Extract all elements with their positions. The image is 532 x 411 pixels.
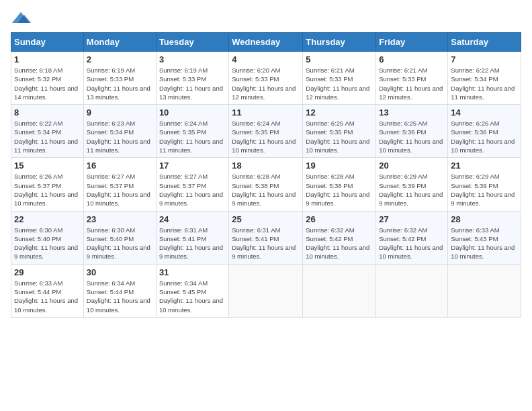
day-number: 31 — [159, 267, 226, 277]
calendar-cell: 3 Sunrise: 6:19 AM Sunset: 5:33 PM Dayli… — [156, 52, 228, 105]
day-number: 16 — [87, 161, 153, 171]
calendar-cell: 5 Sunrise: 6:21 AM Sunset: 5:33 PM Dayli… — [303, 52, 376, 105]
day-info: Sunrise: 6:30 AM Sunset: 5:40 PM Dayligh… — [14, 226, 81, 261]
calendar-cell: 26 Sunrise: 6:32 AM Sunset: 5:42 PM Dayl… — [303, 211, 376, 264]
calendar-cell — [448, 264, 521, 317]
calendar-cell: 19 Sunrise: 6:28 AM Sunset: 5:38 PM Dayl… — [303, 158, 376, 211]
calendar-cell — [303, 264, 376, 317]
weekday-header-thursday: Thursday — [303, 33, 376, 52]
weekday-header-friday: Friday — [376, 33, 448, 52]
calendar-week-1: 1 Sunrise: 6:18 AM Sunset: 5:32 PM Dayli… — [11, 52, 521, 105]
day-number: 9 — [87, 107, 153, 118]
day-number: 22 — [14, 214, 81, 224]
calendar-cell: 8 Sunrise: 6:22 AM Sunset: 5:34 PM Dayli… — [11, 105, 84, 158]
calendar-cell: 27 Sunrise: 6:32 AM Sunset: 5:42 PM Dayl… — [376, 211, 448, 264]
day-info: Sunrise: 6:24 AM Sunset: 5:35 PM Dayligh… — [232, 119, 300, 154]
day-info: Sunrise: 6:23 AM Sunset: 5:34 PM Dayligh… — [87, 119, 153, 154]
day-info: Sunrise: 6:29 AM Sunset: 5:39 PM Dayligh… — [379, 172, 445, 208]
logo-icon — [11, 11, 31, 26]
calendar-cell: 14 Sunrise: 6:26 AM Sunset: 5:36 PM Dayl… — [448, 105, 521, 158]
day-info: Sunrise: 6:34 AM Sunset: 5:45 PM Dayligh… — [159, 279, 226, 314]
day-info: Sunrise: 6:32 AM Sunset: 5:42 PM Dayligh… — [306, 226, 373, 261]
day-info: Sunrise: 6:24 AM Sunset: 5:35 PM Dayligh… — [159, 119, 226, 154]
day-info: Sunrise: 6:22 AM Sunset: 5:34 PM Dayligh… — [451, 66, 518, 101]
day-info: Sunrise: 6:26 AM Sunset: 5:37 PM Dayligh… — [14, 172, 81, 208]
calendar-header-row: SundayMondayTuesdayWednesdayThursdayFrid… — [11, 33, 521, 52]
calendar-week-5: 29 Sunrise: 6:33 AM Sunset: 5:44 PM Dayl… — [11, 264, 521, 317]
day-number: 14 — [451, 107, 518, 118]
calendar-cell: 23 Sunrise: 6:30 AM Sunset: 5:40 PM Dayl… — [83, 211, 156, 264]
day-info: Sunrise: 6:28 AM Sunset: 5:38 PM Dayligh… — [232, 172, 300, 208]
day-info: Sunrise: 6:20 AM Sunset: 5:33 PM Dayligh… — [232, 66, 300, 101]
calendar-cell: 9 Sunrise: 6:23 AM Sunset: 5:34 PM Dayli… — [83, 105, 156, 158]
weekday-header-tuesday: Tuesday — [156, 33, 228, 52]
day-info: Sunrise: 6:34 AM Sunset: 5:44 PM Dayligh… — [87, 279, 153, 314]
calendar-cell: 1 Sunrise: 6:18 AM Sunset: 5:32 PM Dayli… — [11, 52, 84, 105]
day-number: 12 — [306, 107, 373, 118]
day-info: Sunrise: 6:27 AM Sunset: 5:37 PM Dayligh… — [87, 172, 153, 208]
day-info: Sunrise: 6:21 AM Sunset: 5:33 PM Dayligh… — [379, 66, 445, 101]
day-number: 8 — [14, 107, 81, 118]
day-number: 5 — [306, 54, 373, 64]
calendar-week-2: 8 Sunrise: 6:22 AM Sunset: 5:34 PM Dayli… — [11, 105, 521, 158]
day-number: 27 — [379, 214, 445, 224]
day-number: 10 — [159, 107, 226, 118]
day-info: Sunrise: 6:26 AM Sunset: 5:36 PM Dayligh… — [451, 119, 518, 154]
calendar-cell: 7 Sunrise: 6:22 AM Sunset: 5:34 PM Dayli… — [448, 52, 521, 105]
calendar-cell: 13 Sunrise: 6:25 AM Sunset: 5:36 PM Dayl… — [376, 105, 448, 158]
calendar-cell: 4 Sunrise: 6:20 AM Sunset: 5:33 PM Dayli… — [229, 52, 303, 105]
day-number: 30 — [87, 267, 153, 277]
calendar-cell: 22 Sunrise: 6:30 AM Sunset: 5:40 PM Dayl… — [11, 211, 84, 264]
calendar-cell: 20 Sunrise: 6:29 AM Sunset: 5:39 PM Dayl… — [376, 158, 448, 211]
weekday-header-saturday: Saturday — [448, 33, 521, 52]
calendar-cell: 11 Sunrise: 6:24 AM Sunset: 5:35 PM Dayl… — [229, 105, 303, 158]
weekday-header-wednesday: Wednesday — [229, 33, 303, 52]
calendar-cell: 18 Sunrise: 6:28 AM Sunset: 5:38 PM Dayl… — [229, 158, 303, 211]
day-info: Sunrise: 6:33 AM Sunset: 5:44 PM Dayligh… — [14, 279, 81, 314]
calendar-cell: 28 Sunrise: 6:33 AM Sunset: 5:43 PM Dayl… — [448, 211, 521, 264]
day-number: 28 — [451, 214, 518, 224]
day-number: 29 — [14, 267, 81, 277]
day-number: 23 — [87, 214, 153, 224]
day-info: Sunrise: 6:28 AM Sunset: 5:38 PM Dayligh… — [306, 172, 373, 208]
day-number: 19 — [306, 161, 373, 171]
calendar-week-3: 15 Sunrise: 6:26 AM Sunset: 5:37 PM Dayl… — [11, 158, 521, 211]
calendar-cell: 12 Sunrise: 6:25 AM Sunset: 5:35 PM Dayl… — [303, 105, 376, 158]
calendar-cell: 29 Sunrise: 6:33 AM Sunset: 5:44 PM Dayl… — [11, 264, 84, 317]
day-number: 20 — [379, 161, 445, 171]
day-number: 24 — [159, 214, 226, 224]
page-header — [11, 11, 521, 27]
weekday-header-sunday: Sunday — [11, 33, 84, 52]
day-info: Sunrise: 6:25 AM Sunset: 5:36 PM Dayligh… — [379, 119, 445, 154]
calendar-cell: 15 Sunrise: 6:26 AM Sunset: 5:37 PM Dayl… — [11, 158, 84, 211]
calendar-week-4: 22 Sunrise: 6:30 AM Sunset: 5:40 PM Dayl… — [11, 211, 521, 264]
day-info: Sunrise: 6:18 AM Sunset: 5:32 PM Dayligh… — [14, 66, 81, 101]
day-number: 18 — [232, 161, 300, 171]
day-info: Sunrise: 6:25 AM Sunset: 5:35 PM Dayligh… — [306, 119, 373, 154]
calendar-cell: 16 Sunrise: 6:27 AM Sunset: 5:37 PM Dayl… — [83, 158, 156, 211]
calendar-cell: 30 Sunrise: 6:34 AM Sunset: 5:44 PM Dayl… — [83, 264, 156, 317]
day-info: Sunrise: 6:32 AM Sunset: 5:42 PM Dayligh… — [379, 226, 445, 261]
weekday-header-monday: Monday — [83, 33, 156, 52]
day-number: 7 — [451, 54, 518, 64]
day-number: 13 — [379, 107, 445, 118]
day-info: Sunrise: 6:33 AM Sunset: 5:43 PM Dayligh… — [451, 226, 518, 261]
day-info: Sunrise: 6:19 AM Sunset: 5:33 PM Dayligh… — [159, 66, 226, 101]
day-info: Sunrise: 6:31 AM Sunset: 5:41 PM Dayligh… — [232, 226, 300, 261]
calendar-cell: 31 Sunrise: 6:34 AM Sunset: 5:45 PM Dayl… — [156, 264, 228, 317]
day-number: 6 — [379, 54, 445, 64]
calendar-table: SundayMondayTuesdayWednesdayThursdayFrid… — [11, 32, 521, 318]
day-info: Sunrise: 6:31 AM Sunset: 5:41 PM Dayligh… — [159, 226, 226, 261]
calendar-cell: 17 Sunrise: 6:27 AM Sunset: 5:37 PM Dayl… — [156, 158, 228, 211]
day-number: 17 — [159, 161, 226, 171]
day-number: 11 — [232, 107, 300, 118]
calendar-cell: 25 Sunrise: 6:31 AM Sunset: 5:41 PM Dayl… — [229, 211, 303, 264]
day-info: Sunrise: 6:22 AM Sunset: 5:34 PM Dayligh… — [14, 119, 81, 154]
calendar-cell: 24 Sunrise: 6:31 AM Sunset: 5:41 PM Dayl… — [156, 211, 228, 264]
day-number: 2 — [87, 54, 153, 64]
day-number: 25 — [232, 214, 300, 224]
calendar-cell: 6 Sunrise: 6:21 AM Sunset: 5:33 PM Dayli… — [376, 52, 448, 105]
day-info: Sunrise: 6:29 AM Sunset: 5:39 PM Dayligh… — [451, 172, 518, 208]
day-info: Sunrise: 6:30 AM Sunset: 5:40 PM Dayligh… — [87, 226, 153, 261]
logo — [11, 11, 31, 27]
